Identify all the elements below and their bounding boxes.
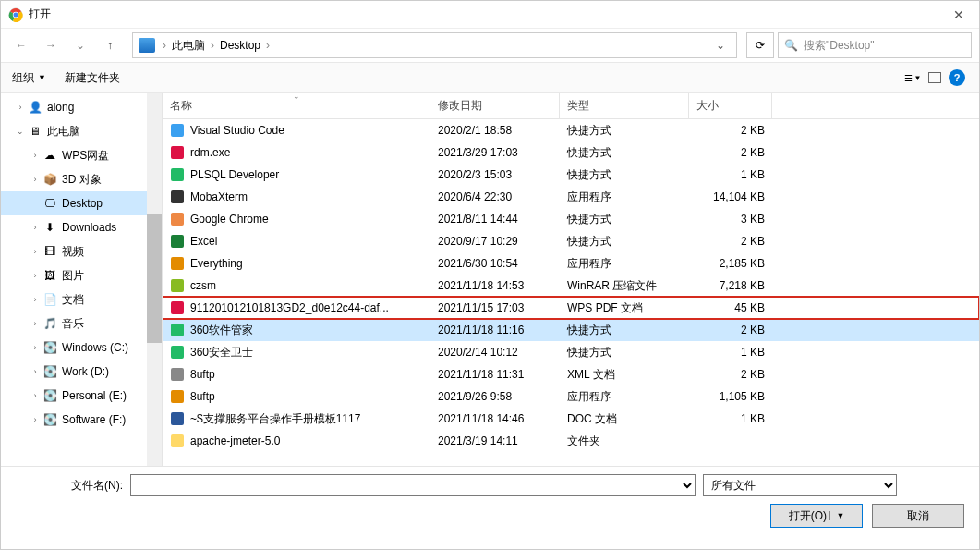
file-row[interactable]: Visual Studio Code2020/2/1 18:58快捷方式2 KB bbox=[163, 119, 979, 141]
breadcrumb-desktop[interactable]: Desktop bbox=[216, 39, 264, 52]
file-row[interactable]: czsm2021/11/18 14:53WinRAR 压缩文件7,218 KB bbox=[163, 275, 979, 297]
file-date: 2020/9/17 10:29 bbox=[430, 235, 560, 248]
file-row[interactable]: rdm.exe2021/3/29 17:03快捷方式2 KB bbox=[163, 141, 979, 164]
expand-icon[interactable]: › bbox=[29, 247, 42, 256]
organize-menu[interactable]: 组织▼ bbox=[12, 70, 46, 86]
music-icon: 🎵 bbox=[42, 316, 58, 331]
chevron-right-icon[interactable]: › bbox=[264, 39, 272, 52]
file-list[interactable]: Visual Studio Code2020/2/1 18:58快捷方式2 KB… bbox=[163, 119, 979, 466]
expand-icon[interactable]: › bbox=[29, 391, 42, 400]
file-type: 快捷方式 bbox=[560, 212, 689, 227]
tree-item-3d-[interactable]: ›📦3D 对象 bbox=[1, 167, 162, 191]
expand-icon[interactable]: › bbox=[14, 103, 27, 112]
tree-item--[interactable]: ⌄🖥此电脑 bbox=[1, 119, 162, 143]
tree-item-windows-c-[interactable]: ›💽Windows (C:) bbox=[1, 336, 162, 360]
expand-icon[interactable]: › bbox=[29, 295, 42, 304]
tree-item--[interactable]: ›🖼图片 bbox=[1, 263, 162, 287]
tree-scrollbar[interactable] bbox=[147, 93, 162, 466]
tree-item-software-f-[interactable]: ›💽Software (F:) bbox=[1, 408, 162, 432]
column-size[interactable]: 大小 bbox=[689, 93, 772, 118]
desktop-icon: 🖵 bbox=[42, 196, 58, 211]
expand-icon[interactable]: › bbox=[29, 223, 42, 232]
preview-pane-button[interactable] bbox=[924, 67, 946, 89]
file-row[interactable]: 360安全卫士2020/2/14 10:12快捷方式1 KB bbox=[163, 341, 979, 363]
filename-combo[interactable] bbox=[130, 474, 696, 496]
sort-indicator-icon: ⌄ bbox=[293, 92, 300, 101]
file-size: 1 KB bbox=[689, 168, 772, 181]
recent-dropdown[interactable]: ⌄ bbox=[67, 32, 93, 58]
file-row[interactable]: ~$支撑服务平台操作手册模板11172021/11/18 14:46DOC 文档… bbox=[163, 408, 979, 430]
file-row[interactable]: 911201012101813GD2_d0e12c44-daf...2021/1… bbox=[163, 297, 979, 319]
tree-item--[interactable]: ›🎵音乐 bbox=[1, 312, 162, 336]
tree-item-work-d-[interactable]: ›💽Work (D:) bbox=[1, 360, 162, 384]
column-header[interactable]: 名称⌄ 修改日期 类型 大小 bbox=[163, 93, 979, 119]
expand-icon[interactable]: › bbox=[29, 319, 42, 328]
file-row[interactable]: Everything2021/6/30 10:54应用程序2,185 KB bbox=[163, 252, 979, 275]
tree-label: Personal (E:) bbox=[62, 389, 127, 402]
tree-item-desktop[interactable]: 🖵Desktop bbox=[1, 191, 162, 215]
file-type: 应用程序 bbox=[560, 256, 689, 272]
file-type-filter[interactable]: 所有文件 bbox=[703, 474, 897, 496]
file-row[interactable]: PLSQL Developer2020/2/3 15:03快捷方式1 KB bbox=[163, 164, 979, 186]
svg-rect-11 bbox=[171, 279, 184, 292]
chevron-right-icon[interactable]: › bbox=[161, 39, 168, 52]
column-date[interactable]: 修改日期 bbox=[430, 93, 560, 118]
help-button[interactable]: ? bbox=[946, 67, 968, 89]
expand-icon[interactable]: › bbox=[29, 271, 42, 280]
tree-item--[interactable]: ›🎞视频 bbox=[1, 239, 162, 263]
pictures-icon: 🖼 bbox=[42, 268, 58, 283]
search-input[interactable]: 🔍 搜索"Desktop" bbox=[778, 32, 972, 58]
address-dropdown[interactable]: ⌄ bbox=[710, 39, 731, 52]
up-button[interactable]: ↑ bbox=[97, 32, 123, 58]
breadcrumb-this-pc[interactable]: 此电脑 bbox=[168, 38, 209, 54]
file-type: 应用程序 bbox=[560, 189, 689, 205]
file-size: 1 KB bbox=[689, 412, 772, 425]
svg-rect-10 bbox=[171, 257, 184, 270]
tree-label: Windows (C:) bbox=[62, 341, 128, 354]
tree-item-downloads[interactable]: ›⬇Downloads bbox=[1, 215, 162, 239]
svg-rect-14 bbox=[171, 346, 184, 359]
svg-point-3 bbox=[14, 12, 18, 17]
back-button[interactable]: ← bbox=[8, 32, 34, 58]
file-size: 3 KB bbox=[689, 213, 772, 226]
file-row[interactable]: 360软件管家2021/11/18 11:16快捷方式2 KB bbox=[163, 319, 979, 341]
column-type[interactable]: 类型 bbox=[560, 93, 689, 118]
tree-item-along[interactable]: ›👤along bbox=[1, 95, 162, 119]
file-date: 2021/11/18 14:46 bbox=[430, 412, 560, 425]
expand-icon[interactable]: ⌄ bbox=[14, 127, 27, 136]
svg-rect-15 bbox=[171, 368, 184, 381]
close-button[interactable]: ✕ bbox=[946, 7, 972, 22]
wps-icon: ☁ bbox=[42, 148, 58, 163]
open-button[interactable]: 打开(O) ▼ bbox=[770, 504, 863, 528]
expand-icon[interactable]: › bbox=[29, 367, 42, 376]
chevron-right-icon[interactable]: › bbox=[209, 39, 216, 52]
file-row[interactable]: apache-jmeter-5.02021/3/19 14:11文件夹 bbox=[163, 430, 979, 452]
tree-item--[interactable]: ›📄文档 bbox=[1, 287, 162, 312]
file-row[interactable]: Excel2020/9/17 10:29快捷方式2 KB bbox=[163, 230, 979, 252]
expand-icon[interactable]: › bbox=[29, 415, 42, 424]
file-row[interactable]: 8uftp2021/9/26 9:58应用程序1,105 KB bbox=[163, 385, 979, 408]
file-row[interactable]: 8uftp2021/11/18 11:31XML 文档2 KB bbox=[163, 363, 979, 385]
view-options-button[interactable]: ☰▼ bbox=[901, 67, 924, 89]
cancel-button[interactable]: 取消 bbox=[872, 504, 964, 528]
file-name: ~$支撑服务平台操作手册模板1117 bbox=[190, 411, 360, 427]
new-folder-button[interactable]: 新建文件夹 bbox=[65, 70, 120, 86]
tree-item-personal-e-[interactable]: ›💽Personal (E:) bbox=[1, 384, 162, 408]
video-icon: 🎞 bbox=[42, 244, 58, 259]
address-bar[interactable]: › 此电脑 › Desktop › ⌄ bbox=[132, 32, 737, 58]
column-name[interactable]: 名称⌄ bbox=[163, 93, 430, 118]
file-name: 360安全卫士 bbox=[190, 345, 253, 361]
refresh-button[interactable]: ⟳ bbox=[746, 32, 774, 58]
tree-item-wps-[interactable]: ›☁WPS网盘 bbox=[1, 143, 162, 167]
file-row[interactable]: MobaXterm2020/6/4 22:30应用程序14,104 KB bbox=[163, 186, 979, 208]
expand-icon[interactable]: › bbox=[29, 151, 42, 160]
3d-icon: 📦 bbox=[42, 172, 58, 187]
file-type: 快捷方式 bbox=[560, 123, 689, 139]
expand-icon[interactable]: › bbox=[29, 343, 42, 352]
file-icon bbox=[170, 434, 185, 448]
file-date: 2021/9/26 9:58 bbox=[430, 390, 560, 403]
expand-icon[interactable]: › bbox=[29, 175, 42, 184]
file-date: 2021/3/29 17:03 bbox=[430, 146, 560, 159]
file-row[interactable]: Google Chrome2021/8/11 14:44快捷方式3 KB bbox=[163, 208, 979, 230]
folder-tree[interactable]: ›👤along⌄🖥此电脑›☁WPS网盘›📦3D 对象🖵Desktop›⬇Down… bbox=[1, 93, 163, 466]
